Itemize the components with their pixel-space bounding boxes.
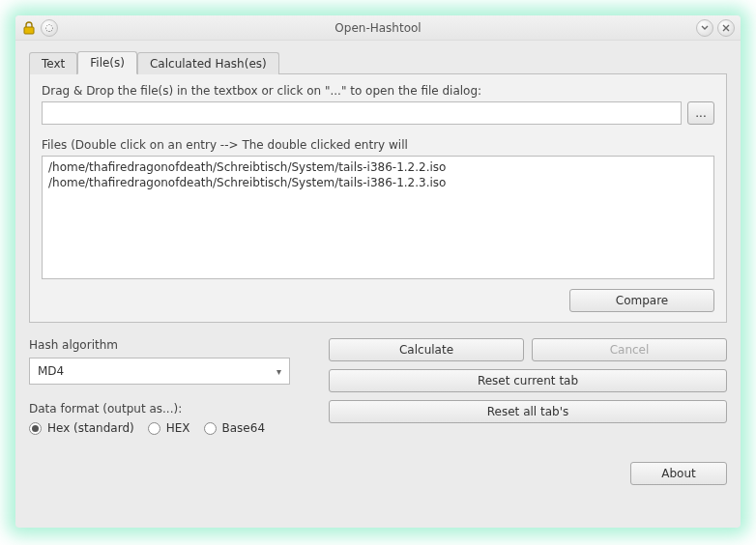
- radio-hex-upper[interactable]: HEX: [148, 421, 190, 435]
- titlebar-circle-icon[interactable]: ◌: [41, 19, 58, 37]
- close-button[interactable]: [717, 19, 735, 37]
- list-item[interactable]: /home/thafiredragonofdeath/Schreibtisch/…: [48, 160, 708, 176]
- reset-all-button[interactable]: Reset all tab's: [329, 400, 727, 423]
- radio-base64[interactable]: Base64: [204, 421, 266, 435]
- radio-hex-standard[interactable]: Hex (standard): [29, 421, 134, 435]
- cancel-button: Cancel: [532, 338, 727, 361]
- titlebar: ◌ Open-Hashtool: [15, 15, 741, 41]
- compare-button[interactable]: Compare: [569, 289, 714, 312]
- chevron-down-icon: ▾: [276, 366, 281, 377]
- hash-algo-select[interactable]: MD4 ▾: [29, 358, 290, 385]
- lock-icon: [21, 20, 37, 36]
- window-frame: ◌ Open-Hashtool Text File(s) Calculated …: [15, 15, 741, 528]
- data-format-radios: Hex (standard) HEX Base64: [29, 421, 290, 435]
- radio-dot-icon: [204, 422, 217, 435]
- tab-bar: Text File(s) Calculated Hash(es): [29, 50, 727, 73]
- calculate-button[interactable]: Calculate: [329, 338, 524, 361]
- list-item[interactable]: /home/thafiredragonofdeath/Schreibtisch/…: [48, 176, 708, 191]
- radio-dot-icon: [29, 422, 42, 435]
- files-tab-pane: Drag & Drop the file(s) in the textbox o…: [29, 73, 727, 323]
- files-listbox[interactable]: /home/thafiredragonofdeath/Schreibtisch/…: [42, 156, 714, 279]
- files-list-label: Files (Double click on an entry --> The …: [42, 138, 714, 152]
- minimize-button[interactable]: [696, 19, 713, 37]
- tab-files[interactable]: File(s): [77, 51, 137, 74]
- browse-button[interactable]: ...: [687, 101, 714, 125]
- file-path-input[interactable]: [42, 101, 682, 125]
- data-format-label: Data format (output as...):: [29, 402, 290, 416]
- radio-dot-icon: [148, 422, 160, 435]
- window-title: Open-Hashtool: [15, 21, 741, 35]
- svg-rect-0: [24, 27, 34, 34]
- about-button[interactable]: About: [630, 462, 727, 485]
- tab-calculated[interactable]: Calculated Hash(es): [137, 52, 279, 74]
- reset-current-button[interactable]: Reset current tab: [329, 369, 727, 392]
- hash-algo-value: MD4: [38, 364, 64, 378]
- tab-text[interactable]: Text: [29, 52, 77, 74]
- drag-drop-label: Drag & Drop the file(s) in the textbox o…: [42, 84, 714, 98]
- hash-algo-label: Hash algorithm: [29, 338, 290, 352]
